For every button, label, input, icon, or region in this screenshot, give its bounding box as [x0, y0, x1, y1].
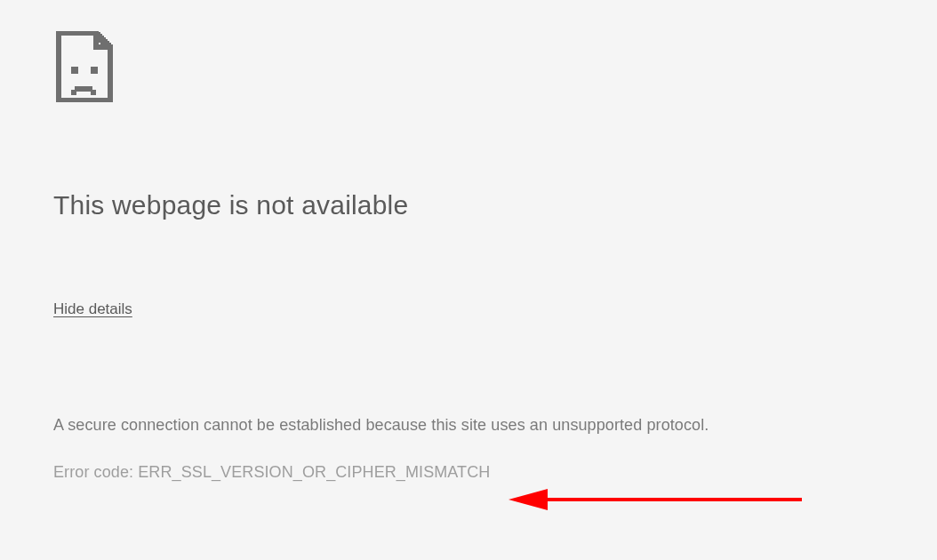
page-title: This webpage is not available — [53, 190, 884, 220]
svg-marker-6 — [509, 489, 548, 510]
error-code-value: ERR_SSL_VERSION_OR_CIPHER_MISMATCH — [138, 463, 490, 481]
svg-rect-4 — [91, 90, 96, 95]
svg-rect-3 — [71, 90, 76, 95]
error-code-line: Error code: ERR_SSL_VERSION_OR_CIPHER_MI… — [53, 463, 884, 482]
svg-rect-1 — [91, 67, 98, 74]
toggle-details-link[interactable]: Hide details — [53, 300, 132, 318]
svg-rect-0 — [71, 67, 78, 74]
error-description: A secure connection cannot be establishe… — [53, 416, 884, 435]
sad-file-icon — [53, 31, 884, 106]
annotation-arrow-icon — [509, 487, 811, 512]
svg-rect-2 — [75, 86, 92, 92]
error-code-label: Error code: — [53, 463, 133, 481]
